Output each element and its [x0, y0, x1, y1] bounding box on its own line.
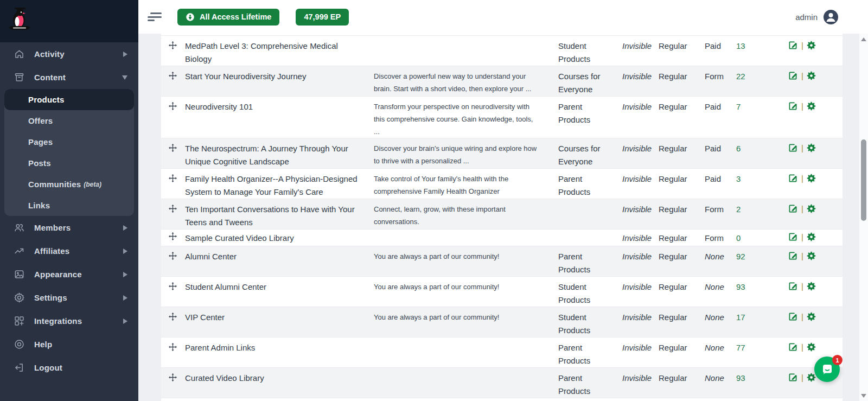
drag-handle[interactable] — [161, 66, 185, 84]
drag-handle[interactable] — [161, 277, 185, 295]
action-separator: | — [801, 143, 803, 153]
drag-handle[interactable] — [161, 97, 185, 114]
scrollbar-thumb[interactable] — [861, 139, 866, 221]
drag-handle[interactable] — [161, 368, 185, 386]
member-count[interactable]: 92 — [736, 246, 788, 263]
member-count[interactable]: 7 — [736, 398, 788, 401]
settings-icon[interactable] — [806, 40, 816, 50]
drag-handle[interactable] — [161, 36, 185, 54]
member-count[interactable]: 93 — [736, 368, 788, 385]
edit-icon[interactable] — [788, 311, 798, 322]
drag-handle[interactable] — [161, 199, 185, 217]
product-name[interactable]: Ten Important Conversations to Have with… — [185, 199, 374, 229]
scroll-up-arrow[interactable] — [861, 37, 866, 41]
product-name[interactable]: MedPath Level 3: Comprehensive Medical B… — [185, 36, 374, 66]
edit-icon[interactable] — [788, 232, 798, 242]
sidebar-item-appearance[interactable]: Appearance — [0, 263, 138, 286]
sidebar-item-links[interactable]: Links — [4, 195, 134, 216]
move-icon — [168, 342, 177, 352]
settings-icon[interactable] — [806, 203, 816, 214]
member-count[interactable]: 0 — [736, 230, 788, 245]
edit-icon[interactable] — [788, 71, 798, 81]
sidebar-item-activity[interactable]: Activity — [0, 42, 138, 66]
drag-handle[interactable] — [161, 246, 185, 264]
scroll-down-arrow[interactable] — [861, 394, 866, 398]
row-actions: | — [788, 66, 843, 81]
menu-toggle-icon[interactable] — [148, 11, 162, 23]
product-name[interactable]: The Neurospectrum: A Journey Through You… — [185, 138, 374, 168]
product-name[interactable]: Sample Curated Video Library — [185, 230, 374, 245]
member-count[interactable]: 22 — [736, 66, 788, 83]
sidebar-item-settings[interactable]: Settings — [0, 286, 138, 309]
table-row: Curated Video Library Parent Products In… — [161, 368, 843, 398]
product-name[interactable]: VIP Center — [185, 307, 374, 324]
settings-icon[interactable] — [806, 281, 816, 291]
sidebar-item-pages[interactable]: Pages — [4, 131, 134, 152]
edit-icon[interactable] — [788, 40, 798, 50]
sidebar-item-products[interactable]: Products — [4, 89, 134, 110]
drag-handle[interactable] — [161, 169, 185, 187]
settings-icon[interactable] — [806, 101, 816, 111]
member-count[interactable]: 13 — [736, 36, 788, 53]
sidebar-item-posts[interactable]: Posts — [4, 152, 134, 174]
settings-icon[interactable] — [806, 251, 816, 261]
drag-handle[interactable] — [161, 398, 185, 401]
sidebar-item-affiliates[interactable]: Affiliates — [0, 239, 138, 263]
all-access-badge[interactable]: All Access Lifetime — [177, 9, 279, 26]
product-name[interactable]: Family Health Organizer--A Physician-Des… — [185, 169, 374, 199]
member-count[interactable]: 77 — [736, 338, 788, 354]
member-count[interactable]: 93 — [736, 277, 788, 294]
row-actions: | — [788, 246, 843, 261]
edit-icon[interactable] — [788, 173, 798, 183]
member-count[interactable]: 3 — [736, 169, 788, 186]
drag-handle[interactable] — [161, 230, 185, 245]
payment-type: None — [705, 246, 736, 263]
product-category: Parent Products — [558, 338, 622, 367]
sidebar-item-help[interactable]: Help — [0, 333, 138, 356]
product-name[interactable]: Alumni Center — [185, 246, 374, 263]
product-name[interactable]: Curated Video Library — [185, 368, 374, 385]
ep-balance-badge[interactable]: 47,999 EP — [296, 9, 349, 26]
edit-icon[interactable] — [788, 281, 798, 291]
product-name[interactable]: Private Tutoring with Dr. Robin — [185, 398, 374, 401]
edit-icon[interactable] — [788, 372, 798, 383]
sidebar-item-logout[interactable]: Logout — [0, 356, 138, 379]
settings-icon[interactable] — [806, 311, 816, 322]
chat-launcher[interactable]: 1 — [814, 357, 840, 382]
member-count[interactable]: 7 — [736, 97, 788, 113]
product-description — [374, 368, 558, 372]
school-logo[interactable] — [7, 5, 32, 37]
settings-icon[interactable] — [806, 173, 816, 183]
drag-handle[interactable] — [161, 138, 185, 156]
sidebar-item-members[interactable]: Members — [0, 216, 138, 239]
settings-icon[interactable] — [806, 143, 816, 153]
product-category: Parent Products — [558, 169, 622, 199]
badge-label: All Access Lifetime — [200, 12, 271, 21]
member-count[interactable]: 17 — [736, 307, 788, 324]
user-menu[interactable]: admin — [795, 10, 868, 24]
edit-icon[interactable] — [788, 342, 798, 352]
grid-plus-icon — [13, 315, 25, 327]
member-count[interactable]: 6 — [736, 138, 788, 155]
drag-handle[interactable] — [161, 338, 185, 355]
product-type: Regular — [659, 277, 705, 294]
sidebar-item-offers[interactable]: Offers — [4, 110, 134, 131]
product-name[interactable]: Neurodiversity 101 — [185, 97, 374, 113]
member-count[interactable]: 2 — [736, 199, 788, 216]
payment-type: None — [705, 307, 736, 324]
sidebar-item-content[interactable]: Content — [0, 66, 138, 89]
product-description: Connect, learn, grow, with these importa… — [374, 199, 558, 228]
edit-icon[interactable] — [788, 101, 798, 111]
drag-handle[interactable] — [161, 307, 185, 325]
edit-icon[interactable] — [788, 143, 798, 153]
sidebar-item-integrations[interactable]: Integrations — [0, 309, 138, 333]
product-name[interactable]: Start Your Neurodiversity Journey — [185, 66, 374, 83]
edit-icon[interactable] — [788, 203, 798, 214]
edit-icon[interactable] — [788, 251, 798, 261]
settings-icon[interactable] — [806, 71, 816, 81]
settings-icon[interactable] — [806, 342, 816, 352]
product-name[interactable]: Parent Admin Links — [185, 338, 374, 354]
sidebar-item-communities[interactable]: Communities (beta) — [4, 174, 134, 195]
settings-icon[interactable] — [806, 232, 816, 242]
product-name[interactable]: Student Alumni Center — [185, 277, 374, 294]
